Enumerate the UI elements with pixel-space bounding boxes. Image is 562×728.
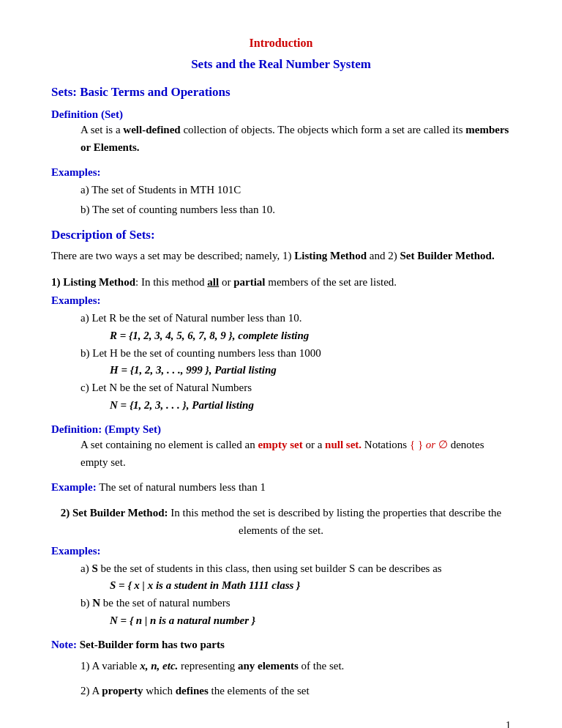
ex3b-math: N = { n | n is a natural number } (110, 614, 511, 627)
description-heading: Description of Sets: (51, 228, 511, 242)
ex2a-math: R = {1, 2, 3, 4, 5, 6, 7, 8, 9 }, comple… (110, 330, 511, 342)
partial-text: partial (233, 276, 265, 288)
ex3a-S: S (91, 562, 97, 574)
property-text: property (102, 685, 143, 697)
ex2b-text: b) Let H be the set of counting numbers … (80, 345, 511, 362)
ex3b-text: be the set of natural numbers (100, 597, 230, 609)
example-label: Example: (51, 481, 97, 493)
examples-label-3: Examples: (51, 545, 511, 557)
examples-label-2: Examples: (51, 294, 511, 307)
empty-set-label: Definition: (Empty Set) (51, 423, 511, 436)
ex2c-math: N = {1, 2, 3, . . . }, Partial listing (110, 399, 511, 412)
definition-set-block: Definition (Set) A set is a well-defined… (51, 108, 511, 156)
set-builder-heading: 2) Set Builder Method: In this method th… (51, 504, 511, 539)
listing-desc: : In this method all or partial members … (135, 276, 397, 288)
listing-number: 1) Listing Method (51, 276, 135, 288)
defines-text: defines (176, 685, 209, 697)
set-builder-block: 2) Set Builder Method: In this method th… (51, 504, 511, 627)
page-number: 1 (506, 720, 511, 729)
description-body: There are two ways a set may be describe… (51, 247, 511, 264)
empty-set-block: Definition: (Empty Set) A set containing… (51, 423, 511, 471)
note-heading: Note: Set-Builder form has two parts (51, 639, 511, 651)
description-heading-text: Description of Sets: (51, 228, 155, 242)
examples-block-1: Examples: a) The set of Students in MTH … (51, 166, 511, 218)
note-block: Note: Set-Builder form has two parts 1) … (51, 639, 511, 699)
empty-set-term: empty set (258, 439, 302, 450)
examples-label-1: Examples: (51, 166, 511, 179)
ex3a-row: a) S be the set of students in this clas… (80, 560, 511, 577)
definition-set-label: Definition (Set) (51, 108, 511, 121)
title-main: Sets and the Real Number System (51, 57, 511, 72)
example-1b: b) The set of counting numbers less than… (80, 201, 511, 218)
section1-heading: Sets: Basic Terms and Operations (51, 85, 511, 100)
empty-set-label-text: Definition: (Empty Set) (51, 423, 161, 435)
any-elements-text: any elements (238, 660, 299, 672)
ex3b-N: N (92, 597, 100, 609)
definition-set-body: A set is a well-defined collection of ob… (80, 121, 511, 156)
all-text: all (207, 276, 219, 288)
empty-set-notation: { } or ∅ (410, 439, 448, 450)
listing-method-ref: Listing Method (294, 250, 367, 261)
set-builder-ref: Set Builder Method. (400, 250, 494, 261)
set-builder-desc: In this method the set is described by l… (168, 507, 502, 536)
description-section: Description of Sets: There are two ways … (51, 228, 511, 264)
set-builder-num: 2) Set Builder Method: (61, 507, 168, 519)
well-defined-text: well-defined (123, 124, 180, 135)
title-intro: Introduction (51, 37, 511, 50)
empty-set-body: A set containing no element is called an… (80, 436, 511, 471)
note-variable: x, n, etc. (140, 660, 178, 672)
ex2b-math: H = {1, 2, 3, . . ., 999 }, Partial list… (110, 364, 511, 376)
note-label-text: Note: (51, 639, 77, 650)
listing-method-heading: 1) Listing Method: In this method all or… (51, 276, 511, 289)
ex3a-math: S = { x | x is a student in Math 1111 cl… (110, 579, 511, 592)
example-natural-text: The set of natural numbers less than 1 (97, 481, 266, 493)
null-set-term: null set. (325, 439, 361, 450)
ex3b-row: b) N be the set of natural numbers (80, 595, 511, 612)
ex3a-prefix: a) (80, 562, 91, 574)
example-natural-block: Example: The set of natural numbers less… (51, 481, 511, 494)
note-heading-text: Set-Builder form has two parts (77, 639, 225, 650)
page-container: Introduction Sets and the Real Number Sy… (0, 0, 562, 728)
ex2a-text: a) Let R be the set of Natural number le… (80, 310, 511, 327)
definition-label-text: Definition (Set) (51, 108, 123, 120)
ex3b-prefix: b) (80, 597, 92, 609)
note-item1: 1) A variable x, n, etc. representing an… (80, 657, 511, 675)
note-item2: 2) A property which defines the elements… (80, 682, 511, 699)
ex2c-text: c) Let N be the set of Natural Numbers (80, 379, 511, 396)
example-1a: a) The set of Students in MTH 101C (80, 182, 511, 198)
listing-method-block: 1) Listing Method: In this method all or… (51, 276, 511, 412)
ex3a-text: be the set of students in this class, th… (98, 562, 442, 574)
